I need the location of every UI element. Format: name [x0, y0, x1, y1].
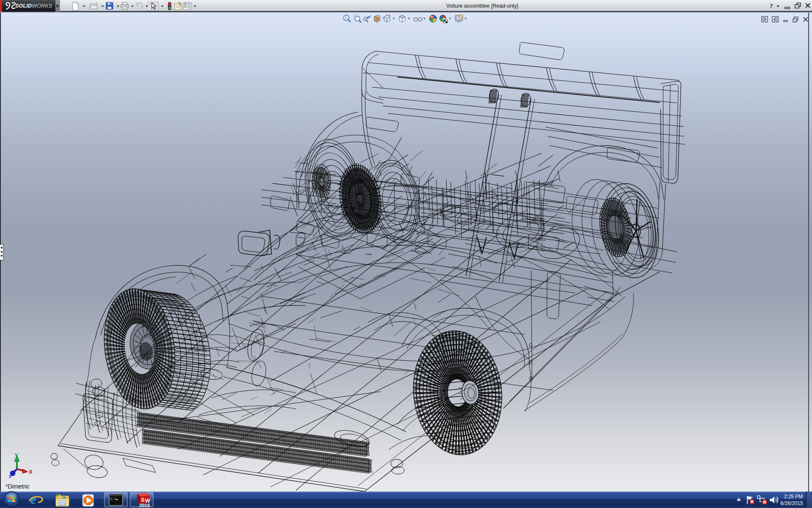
svg-text:?: ?: [770, 3, 773, 9]
svg-text:C:\: C:\: [110, 497, 117, 501]
svg-text:Z: Z: [8, 474, 12, 478]
svg-text:S: S: [141, 497, 145, 503]
svg-text:X: X: [29, 469, 33, 475]
svg-text:2015: 2015: [139, 503, 150, 508]
